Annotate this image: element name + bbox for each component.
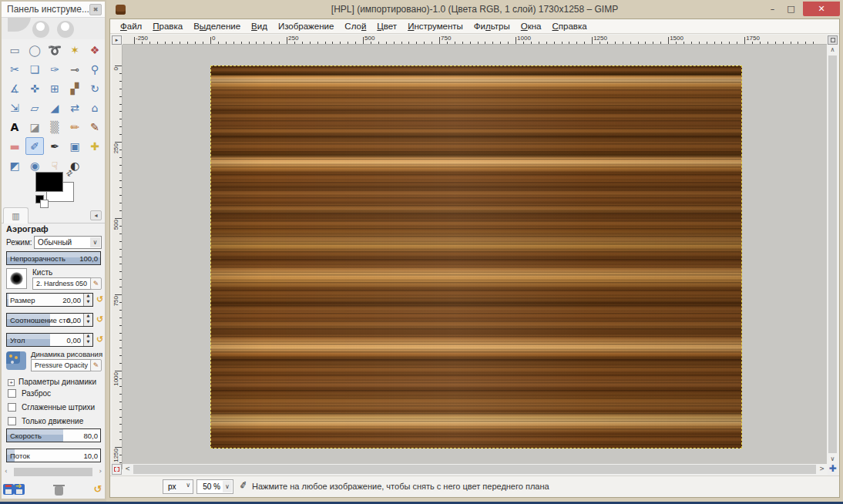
tool-options-scrollbar[interactable]: ‹ › [3,467,103,478]
scroll-right-icon[interactable]: › [99,468,102,475]
horizontal-ruler[interactable]: -25002505007501000125015001750 [123,35,827,45]
spin-down-icon[interactable]: ▼ [84,300,92,306]
checkbox-row-2[interactable]: Сглаженные штрихи [8,402,102,416]
tool-perspective[interactable]: ◢ [45,99,64,116]
tool-fuzzy-select[interactable]: ✶ [65,41,84,59]
toolbox-titlebar[interactable]: Панель инструме... ✖ [2,2,105,18]
tool-move[interactable]: ✜ [25,79,44,97]
quick-mask-toggle-button[interactable] [112,464,122,475]
checkbox[interactable] [8,389,16,398]
zoom-select[interactable]: 50 % ∨ [196,479,233,494]
brush-preview-button[interactable] [6,268,27,289]
brush-name-field[interactable]: 2. Hardness 050 [32,277,92,290]
menu-item-7[interactable]: Цвет [371,22,402,31]
opacity-slider[interactable]: Непрозрачность 100,0 [6,251,101,265]
checkbox[interactable] [8,417,16,425]
scroll-right-icon[interactable]: > [817,464,827,475]
menu-item-8[interactable]: Инструменты [402,22,469,31]
close-button[interactable]: ✕ [803,2,840,16]
dynamics-options-expander[interactable]: +Параметры динамики [8,378,96,386]
spin-down-icon[interactable]: ▼ [84,320,92,326]
reset-angle-button[interactable]: ↺ [96,335,103,344]
horizontal-scroll-thumb[interactable] [133,465,816,474]
tool-eraser[interactable]: ▬ [5,137,24,155]
tool-paths[interactable]: ✑ [45,60,64,78]
ruler-corner-menu-button[interactable]: ▸ [112,35,122,45]
tool-select-by-color[interactable]: ❖ [86,41,104,59]
tool-crop[interactable]: ▞ [65,79,84,97]
expand-icon[interactable]: + [8,379,15,386]
tool-ink[interactable]: ✒ [45,137,64,155]
toolbox-menu-button[interactable]: ✖ [89,4,102,15]
tool-align[interactable]: ⊞ [45,79,64,97]
menu-item-3[interactable]: Выделение [188,22,246,31]
angle-spinner[interactable]: ▲▼ [83,334,92,346]
tool-scale[interactable]: ⇲ [5,99,24,116]
minimize-button[interactable]: – [764,2,781,16]
dynamics-name-field[interactable]: Pressure Opacity [31,359,92,371]
tool-scissors-select[interactable]: ✂ [5,60,24,78]
swap-colors-icon[interactable]: ⇄ [65,168,75,178]
menu-item-1[interactable]: Файл [115,22,147,31]
tool-clone[interactable]: ▣ [65,137,84,155]
tool-rotate[interactable]: ↻ [86,79,104,97]
navigation-button[interactable]: ✚ [828,464,838,475]
tool-flip[interactable]: ⇄ [65,99,84,116]
wood-texture-image[interactable] [210,66,742,449]
mode-select[interactable]: Обычный ∨ [34,236,102,249]
unit-select[interactable]: px ∨ [163,479,193,494]
edit-brush-button[interactable]: ✎ [90,277,102,290]
zoom-follow-window-button[interactable] [828,35,838,45]
menu-item-4[interactable]: Вид [246,22,273,31]
menu-item-5[interactable]: Изображение [273,22,339,31]
tool-ellipse-select[interactable]: ◯ [25,41,44,59]
size-spinner[interactable]: ▲▼ [83,294,92,306]
scroll-left-icon[interactable]: ‹ [5,468,8,475]
scroll-track[interactable] [14,468,92,476]
vertical-scroll-thumb[interactable] [828,55,837,453]
tool-airbrush[interactable]: ✐ [25,137,44,155]
horizontal-scrollbar[interactable]: < > [123,464,827,475]
maximize-button[interactable]: □ [782,2,800,16]
spin-down-icon[interactable]: ▼ [84,340,92,346]
aspect-ratio-slider[interactable]: Соотношение сто... 0,00 ▲▼ [6,313,93,327]
tool-measure[interactable]: ∡ [5,79,24,97]
tool-bucket-fill[interactable]: ◪ [25,118,44,136]
tab-tool-options[interactable]: ▥ [3,207,29,223]
rate-slider[interactable]: Скорость 80,0 [6,428,101,442]
scroll-left-icon[interactable]: < [123,464,133,475]
foreground-color-swatch[interactable] [35,172,63,192]
tool-paintbrush[interactable]: ✎ [86,118,104,136]
reset-aspect-button[interactable]: ↺ [96,315,103,324]
edit-dynamics-button[interactable]: ✎ [90,359,102,371]
vertical-ruler[interactable]: 025050075010001250 [112,45,123,469]
restore-tool-preset-button[interactable] [14,484,25,495]
tool-free-select[interactable]: ➰ [45,41,64,59]
tool-color-picker[interactable]: ⊸ [65,60,84,78]
tool-text[interactable]: A [5,118,24,136]
titlebar[interactable]: [HPL] (импортировано)-1.0 (Цвета RGB, 1 … [106,0,843,18]
tool-shear[interactable]: ▱ [25,99,44,116]
aspect-spinner[interactable]: ▲▼ [83,314,92,326]
menu-item-2[interactable]: Правка [147,22,188,31]
tool-pencil[interactable]: ✏ [65,118,84,136]
tool-gradient[interactable]: ▒ [45,118,64,136]
vertical-scrollbar[interactable]: ∧ ∨ [828,45,838,464]
menu-item-11[interactable]: Справка [547,22,593,31]
dynamics-icon[interactable] [6,351,26,370]
canvas-viewport[interactable] [123,45,827,464]
flow-slider[interactable]: Поток 10,0 [6,449,101,462]
reset-tool-options-button[interactable]: ↺ [92,484,103,495]
menu-item-6[interactable]: Слой [339,22,371,31]
tool-zoom[interactable]: ⚲ [86,60,104,78]
tool-rectangle-select[interactable]: ▭ [5,41,24,59]
menu-item-9[interactable]: Фильтры [469,22,516,31]
angle-slider[interactable]: Угол 0,00 ▲▼ [6,333,93,347]
tool-cage-transform[interactable]: ⌂ [86,99,104,116]
menu-item-10[interactable]: Окна [516,22,547,31]
scroll-up-icon[interactable]: ∧ [828,45,838,55]
save-tool-preset-button[interactable] [3,484,14,495]
tool-foreground-select[interactable]: ❏ [25,60,44,78]
checkbox[interactable] [8,403,16,412]
checkbox-row-1[interactable]: Разброс [8,388,102,402]
